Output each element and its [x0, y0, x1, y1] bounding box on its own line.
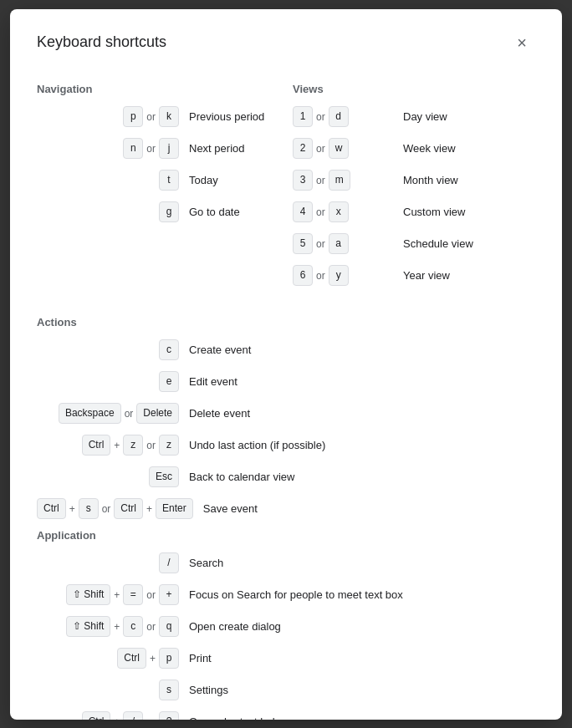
shortcut-settings: s Settings — [37, 679, 535, 702]
key-s: s — [79, 498, 99, 519]
shortcut-keys: Ctrl + p — [37, 648, 179, 669]
key-w: w — [329, 138, 350, 159]
key-slash2: / — [123, 711, 143, 720]
key-q: q — [159, 616, 179, 637]
shortcut-keys: ⇧ Shift + c or q — [37, 616, 179, 637]
key-equals: = — [123, 584, 143, 605]
shortcut-keys: ⇧ Shift + = or + — [37, 584, 179, 605]
key-plus: + — [159, 584, 179, 605]
shortcut-today: t Today — [37, 169, 279, 192]
modal-overlay: Keyboard shortcuts × Navigation p or k P… — [0, 0, 572, 728]
shortcut-keys: c — [37, 339, 179, 360]
key-4: 4 — [293, 201, 313, 222]
shortcut-keys: 4 or x — [293, 201, 393, 222]
actions-section: Actions c Create event e Edit event Back… — [37, 316, 535, 521]
shortcut-keys: g — [37, 201, 179, 222]
key-esc: Esc — [149, 466, 179, 487]
desc-day-view: Day view — [403, 110, 447, 123]
sep-plus: + — [69, 503, 75, 515]
sep-plus: + — [150, 653, 156, 664]
key-c2: c — [123, 616, 143, 637]
sep-or: or — [146, 621, 156, 633]
application-section: Application / Search ⇧ Shift + = or + Fo… — [37, 529, 535, 720]
shortcut-open-help: Ctrl + / or ? Open shortcut help — [37, 710, 535, 720]
nav-views-section: Navigation p or k Previous period n or j — [37, 76, 535, 303]
desc-settings: Settings — [189, 684, 228, 696]
desc-save-event: Save event — [203, 502, 258, 515]
key-k: k — [159, 106, 179, 127]
close-button[interactable]: × — [508, 29, 535, 56]
key-g: g — [159, 201, 179, 222]
shortcut-keys: p or k — [37, 106, 179, 127]
actions-title: Actions — [37, 316, 535, 328]
sep-or: or — [146, 143, 156, 155]
sep-plus: + — [114, 716, 120, 720]
key-backspace: Backspace — [59, 403, 121, 424]
key-m: m — [329, 170, 350, 191]
key-j: j — [159, 138, 179, 159]
shortcut-keys: Ctrl + s or Ctrl + Enter — [37, 498, 193, 519]
key-p: p — [159, 648, 179, 669]
shortcut-back-calendar: Esc Back to calendar view — [37, 466, 535, 489]
key-ctrl4: Ctrl — [117, 648, 146, 669]
key-shift: ⇧ Shift — [66, 584, 110, 605]
sep-plus: + — [114, 440, 120, 451]
sep-or: or — [102, 503, 111, 515]
key-ctrl3: Ctrl — [114, 498, 143, 519]
keyboard-shortcuts-modal: Keyboard shortcuts × Navigation p or k P… — [10, 9, 562, 720]
shortcut-day-view: 1 or d Day view — [293, 105, 535, 129]
shortcut-keys: 2 or w — [293, 138, 393, 159]
key-shift2: ⇧ Shift — [66, 616, 110, 637]
key-a: a — [329, 233, 349, 254]
desc-open-create: Open create dialog — [189, 620, 281, 633]
shortcut-focus-search-people: ⇧ Shift + = or + Focus on Search for peo… — [37, 583, 535, 607]
shortcut-delete-event: Backspace or Delete Delete event — [37, 402, 535, 425]
shortcut-edit-event: e Edit event — [37, 370, 535, 394]
shortcut-undo: Ctrl + z or z Undo last action (if possi… — [37, 434, 535, 457]
shortcut-keys: s — [37, 680, 179, 700]
desc-today: Today — [189, 174, 218, 186]
key-2: 2 — [293, 138, 313, 159]
shortcut-custom-view: 4 or x Custom view — [293, 201, 535, 224]
desc-custom-view: Custom view — [403, 206, 465, 218]
desc-print: Print — [189, 652, 212, 664]
desc-focus-search-people: Focus on Search for people to meet text … — [189, 588, 403, 601]
sep-or: or — [316, 206, 325, 218]
views-title: Views — [293, 83, 535, 95]
desc-week-view: Week view — [403, 142, 456, 155]
sep-plus: + — [114, 621, 120, 633]
shortcut-keys: n or j — [37, 138, 179, 159]
shortcut-next-period: n or j Next period — [37, 137, 279, 160]
shortcut-save-event: Ctrl + s or Ctrl + Enter Save event — [37, 497, 535, 521]
shortcut-week-view: 2 or w Week view — [293, 137, 535, 160]
shortcut-keys: / — [37, 552, 179, 573]
shortcut-keys: e — [37, 371, 179, 392]
key-t: t — [159, 170, 179, 191]
sep-or: or — [316, 143, 325, 155]
navigation-section: Navigation p or k Previous period n or j — [37, 76, 279, 296]
sep-or: or — [146, 716, 156, 720]
shortcut-keys: Esc — [37, 466, 179, 487]
desc-edit-event: Edit event — [189, 375, 237, 388]
key-5: 5 — [293, 233, 313, 254]
desc-open-help: Open shortcut help — [189, 715, 281, 720]
desc-search: Search — [189, 557, 223, 569]
key-question: ? — [159, 711, 179, 720]
desc-month-view: Month view — [403, 174, 458, 186]
sep-or: or — [316, 111, 325, 123]
shortcut-keys: t — [37, 170, 179, 191]
modal-header: Keyboard shortcuts × — [37, 29, 535, 56]
application-title: Application — [37, 529, 535, 542]
desc-schedule-view: Schedule view — [403, 237, 473, 250]
key-enter: Enter — [156, 498, 193, 519]
shortcut-keys: Ctrl + z or z — [37, 435, 179, 456]
sep-plus: + — [114, 589, 120, 601]
desc-year-view: Year view — [403, 269, 450, 282]
key-z2: z — [159, 435, 179, 456]
shortcut-schedule-view: 5 or a Schedule view — [293, 232, 535, 256]
shortcut-print: Ctrl + p Print — [37, 647, 535, 670]
key-delete: Delete — [136, 403, 179, 424]
key-d: d — [329, 106, 349, 127]
key-c: c — [159, 339, 179, 360]
desc-create-event: Create event — [189, 344, 251, 356]
